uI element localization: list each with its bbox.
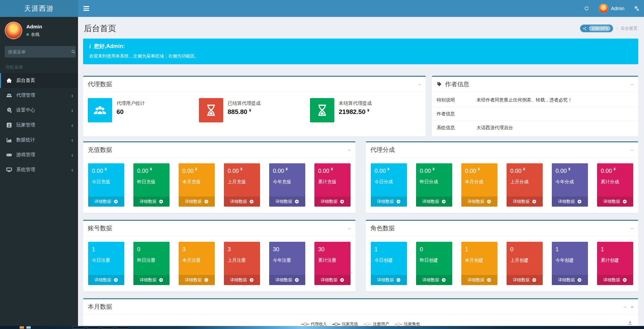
detail-data-link[interactable]: 详细数据 — [269, 196, 305, 207]
arrow-circle-right-icon — [487, 199, 491, 204]
hourglass-icon — [310, 98, 334, 122]
detail-data-link[interactable]: 详细数据 — [179, 196, 215, 207]
chart-icon — [6, 137, 12, 143]
users-icon — [88, 98, 112, 122]
stat-tile: 0.00 ¥ 昨日分成 详细数据 — [416, 163, 452, 207]
chevron-left-icon: ‹ — [71, 167, 73, 173]
collapse-button[interactable]: − — [348, 147, 351, 152]
taskbar-item[interactable] — [102, 326, 114, 329]
collapse-button[interactable]: − — [630, 147, 634, 152]
chevron-left-icon: ‹ — [71, 93, 73, 98]
detail-data-link[interactable]: 详细数据 — [597, 275, 633, 285]
stat-tile: 0 昨日注册 详细数据 — [133, 242, 170, 285]
collapse-button[interactable]: − — [630, 226, 634, 231]
sidebar-menu: 后台首页 代理管理 ‹ 设置中心 ‹ 玩家管理 ‹ 数据统计 ‹ 游戏管理 ‹ — [0, 73, 78, 177]
panel-agent-data: 代理数据 − 代理用户统计 60 — [83, 76, 426, 137]
welcome-alert: i 您好,Admin: 欢迎来到使用本系统，左侧为菜单区域，右侧为功能区。 — [83, 39, 638, 64]
online-status-dot — [26, 33, 29, 36]
gears-icon — [634, 6, 639, 11]
taskbar-item[interactable] — [73, 326, 85, 329]
arrow-circle-right-icon — [340, 199, 344, 204]
panel-title: 本月数据 — [88, 303, 112, 311]
detail-data-link[interactable]: 详细数据 — [552, 275, 588, 285]
detail-data-link[interactable]: 详细数据 — [461, 275, 497, 285]
sidebar-item-home[interactable]: 后台首页 — [0, 73, 78, 88]
collapse-button[interactable]: − — [630, 82, 634, 87]
sidebar-avatar — [5, 22, 22, 39]
sidebar: Admin 在线 导航菜单 后台首页 代理管理 ‹ 设置中心 ‹ — [0, 17, 78, 329]
detail-data-link[interactable]: 详细数据 — [314, 275, 351, 285]
menu-search-input[interactable] — [5, 46, 71, 57]
panel-account-data: 账号数据 − 1 今日注册 详细数据 — [83, 220, 356, 291]
arrow-circle-right-icon — [396, 199, 401, 204]
sidebar-item-statistics[interactable]: 数据统计 ‹ — [0, 133, 78, 147]
sidebar-item-settings[interactable]: 设置中心 ‹ — [0, 103, 78, 118]
alert-message: 欢迎来到使用本系统，左侧为菜单区域，右侧为功能区。 — [89, 53, 632, 59]
brand-logo[interactable]: 天涯西游 — [0, 0, 78, 17]
chevron-left-icon: ‹ — [71, 122, 73, 128]
detail-data-link[interactable]: 详细数据 — [133, 275, 170, 285]
download-icon[interactable] — [627, 320, 633, 326]
refresh-button[interactable] — [579, 0, 594, 17]
info-box-settled-commission: 已结算代理提成 885.80 ¥ — [199, 98, 310, 122]
navbar-username: Admin — [611, 6, 624, 11]
stat-tile: 3 上月注册 详细数据 — [224, 242, 260, 285]
sidebar-toggle-button[interactable] — [78, 0, 94, 17]
chevron-left-icon: ‹ — [71, 108, 73, 113]
arrow-circle-right-icon — [294, 199, 299, 204]
stat-tile: 0.00 ¥ 今日分成 详细数据 — [371, 163, 407, 207]
stat-tile: 0.00 ¥ 本月充值 详细数据 — [179, 163, 215, 207]
detail-data-link[interactable]: 详细数据 — [597, 196, 633, 207]
detail-data-link[interactable]: 详细数据 — [314, 196, 351, 207]
panel-recharge-data: 充值数据 − 0.00 ¥ 今日充值 详细数据 — [83, 141, 356, 213]
page-title: 后台首页 — [84, 23, 116, 34]
stat-tile: 0.00 ¥ 今年分成 详细数据 — [552, 163, 588, 207]
arrow-circle-right-icon — [113, 278, 118, 282]
close-icon[interactable]: × — [630, 304, 634, 309]
menu-search-button[interactable] — [71, 46, 76, 57]
taskbar-item[interactable] — [116, 326, 128, 329]
sidebar-item-games[interactable]: 游戏管理 ‹ — [0, 147, 78, 162]
hourglass-icon — [199, 98, 223, 122]
taskbar-item[interactable] — [20, 326, 24, 329]
sidebar-user-panel: Admin 在线 — [0, 17, 78, 43]
detail-data-link[interactable]: 详细数据 — [507, 196, 543, 207]
taskbar-item[interactable] — [87, 326, 99, 329]
user-menu[interactable]: Admin — [594, 0, 629, 17]
detail-data-link[interactable]: 详细数据 — [88, 196, 124, 207]
detail-data-link[interactable]: 详细数据 — [371, 196, 407, 207]
detail-data-link[interactable]: 详细数据 — [371, 275, 407, 285]
collapse-button[interactable]: − — [623, 304, 626, 309]
panel-title: 代理分成 — [370, 146, 395, 154]
detail-data-link[interactable]: 详细数据 — [133, 196, 170, 207]
arrow-circle-right-icon — [441, 199, 446, 204]
stat-tile: 30 今年注册 详细数据 — [269, 242, 305, 285]
table-row: 系统信息 大话西游代理后台 — [432, 121, 638, 135]
detail-data-link[interactable]: 详细数据 — [416, 196, 452, 207]
arrow-circle-right-icon — [204, 278, 209, 282]
detail-data-link[interactable]: 详细数据 — [179, 275, 215, 285]
arrow-circle-right-icon — [159, 278, 163, 282]
stat-tile: 0.00 ¥ 今年充值 详细数据 — [269, 163, 305, 207]
detail-data-link[interactable]: 详细数据 — [507, 275, 543, 285]
arrow-circle-right-icon — [249, 278, 254, 282]
detail-data-link[interactable]: 详细数据 — [416, 275, 452, 285]
detail-data-link[interactable]: 详细数据 — [224, 275, 260, 285]
sidebar-item-agents[interactable]: 代理管理 ‹ — [0, 88, 78, 103]
detail-data-link[interactable]: 详细数据 — [88, 275, 124, 285]
sidebar-item-system[interactable]: 系统管理 ‹ — [0, 162, 78, 177]
alert-title: 您好,Admin: — [94, 43, 125, 50]
detail-data-link[interactable]: 详细数据 — [461, 196, 497, 207]
arrow-circle-right-icon — [294, 278, 299, 282]
sidebar-item-players[interactable]: 玩家管理 ‹ — [0, 118, 78, 133]
collapse-button[interactable]: − — [418, 82, 421, 87]
stat-tile: 1 本月创建 详细数据 — [461, 242, 497, 285]
taskbar-item[interactable] — [26, 326, 31, 329]
settings-button[interactable] — [629, 0, 644, 17]
breadcrumb-badge[interactable]: 1DM KPS — [580, 24, 613, 32]
detail-data-link[interactable]: 详细数据 — [269, 275, 305, 285]
collapse-button[interactable]: − — [348, 226, 351, 231]
detail-data-link[interactable]: 详细数据 — [224, 196, 260, 207]
panel-month-data: 本月数据 − × 代理收入 玩家充值 — [83, 298, 638, 329]
detail-data-link[interactable]: 详细数据 — [552, 196, 588, 207]
